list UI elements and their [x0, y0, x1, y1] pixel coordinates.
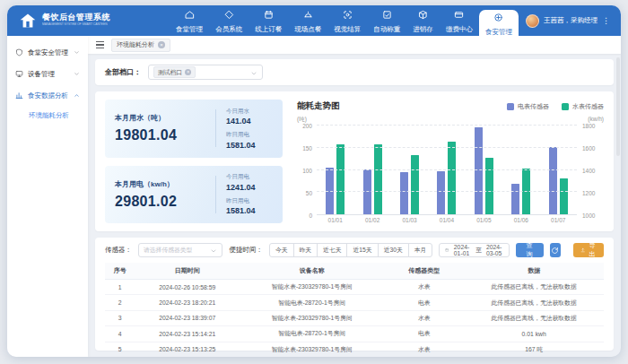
- refresh-button[interactable]: [550, 243, 561, 257]
- stat-side: 今日用电1241.04昨日用电1581.04: [226, 173, 273, 215]
- table-cell: 智能电表-28720-1号房间: [240, 295, 384, 310]
- table-body: 12024-02-26 10:58:59智能水表-230329780-1号房间水…: [105, 280, 604, 358]
- stall-filter-label: 全部档口：: [105, 67, 141, 77]
- search-button[interactable]: 查 询: [516, 243, 544, 257]
- topnav-item-scan[interactable]: 视觉结算: [327, 5, 367, 36]
- stat-side-label: 昨日用电: [226, 131, 273, 139]
- bar-01/05-水表传感器[interactable]: [485, 158, 493, 214]
- legend-label: 电表传感器: [518, 102, 549, 111]
- bar-group: [540, 126, 577, 214]
- table-row[interactable]: 32024-02-23 18:39:07智能水表-230329780-1号房间水…: [105, 310, 604, 325]
- bar-01/03-水表传感器[interactable]: [411, 155, 419, 214]
- stat-card: 本月用电（kw/h）29801.02今日用电1241.04昨日用电1581.04: [105, 166, 283, 224]
- topnav-item-inventory[interactable]: 进销存: [406, 5, 440, 36]
- axis-tick-label: 50: [306, 190, 312, 196]
- axis-tick-label: 100: [302, 168, 312, 174]
- quick-time-buttons: 今天昨天近七天近15天近30天本月: [269, 243, 432, 257]
- topnav-item-safety[interactable]: 食安管理: [479, 10, 519, 36]
- bar-01/01-水表传感器[interactable]: [336, 144, 345, 214]
- stat-side-label: 昨日用电: [226, 197, 273, 205]
- topnav-item-pay[interactable]: 缴费中心: [440, 5, 479, 36]
- bar-01/05-电表传感器[interactable]: [475, 127, 483, 214]
- tab-strip: 环境能耗分析 ×: [88, 36, 621, 54]
- user-name: 王茜茜，采购经理: [544, 16, 597, 25]
- tab-environment-energy[interactable]: 环境能耗分析 ×: [111, 39, 170, 52]
- app-subtitle: MANAGEMENT SYSTEM OF SMART CANTEEN: [42, 22, 108, 26]
- axis-tick-label: 0: [309, 212, 312, 219]
- quick-time-button[interactable]: 近七天: [317, 243, 347, 257]
- bar-01/04-电表传感器[interactable]: [437, 171, 445, 214]
- collapse-menu-icon[interactable]: [96, 41, 104, 48]
- sidebar-item[interactable]: 设备管理: [7, 64, 88, 85]
- export-icon: [580, 247, 585, 254]
- table-card: 传感器： 请选择传感器类型 便捷时间： 今天昨天近七天近15天近30天本月 20…: [95, 238, 614, 351]
- legend-item[interactable]: 水表传感器: [562, 102, 604, 111]
- bar-01/03-电表传感器[interactable]: [400, 172, 408, 214]
- table-row[interactable]: 12024-02-26 10:58:59智能水表-230329780-1号房间水…: [105, 280, 604, 295]
- topnav-item-diamond[interactable]: 会员系统: [209, 5, 249, 36]
- table-cell: 2024-02-23 18:20:21: [135, 295, 240, 310]
- sidebar: 食堂安全管理设备管理食安数据分析环境能耗分析: [7, 36, 88, 357]
- scan-icon: [343, 7, 353, 23]
- table-header-cell: 日期时间: [135, 263, 240, 280]
- chart-icon: [15, 91, 23, 101]
- quick-time-button[interactable]: 今天: [269, 243, 294, 257]
- cloche-icon: [303, 7, 313, 23]
- topnav-item-scale[interactable]: 自动称重: [367, 5, 406, 36]
- chevron-down-icon: [250, 65, 257, 81]
- sensor-type-select[interactable]: 请选择传感器类型: [138, 243, 222, 257]
- table-cell: 2024-02-23 15:13:25: [135, 342, 240, 357]
- table-row[interactable]: 52024-02-23 15:13:25智能水表-230329780-1号房间水…: [105, 342, 604, 357]
- table-row[interactable]: 42024-02-23 15:14:21智能电表-28720-1号房间电表0.0…: [105, 326, 604, 342]
- table-cell: 此传感器已离线，无法获取数据: [464, 295, 604, 310]
- avatar[interactable]: [526, 14, 539, 28]
- export-button[interactable]: 导出: [573, 243, 604, 257]
- chevron-down-icon: [74, 71, 80, 79]
- bar-01/06-电表传感器[interactable]: [511, 184, 519, 214]
- table-cell: 智能水表-230329780-1号房间: [240, 310, 384, 325]
- bar-01/02-水表传感器[interactable]: [374, 144, 382, 214]
- sidebar-item[interactable]: 食堂安全管理: [7, 42, 88, 64]
- topnav-item-home[interactable]: 食堂管理: [170, 5, 209, 36]
- date-range-picker[interactable]: 2024-01-01 至 2024-03-05: [439, 243, 510, 257]
- inventory-icon: [418, 7, 428, 23]
- stall-tag-close-icon[interactable]: ×: [185, 69, 191, 75]
- bar-01/07-水表传感器[interactable]: [560, 178, 568, 214]
- quick-time-button[interactable]: 近15天: [346, 243, 378, 257]
- bar-01/07-电表传感器[interactable]: [549, 147, 557, 214]
- quick-time-button[interactable]: 昨天: [293, 243, 318, 257]
- table-filter-row: 传感器： 请选择传感器类型 便捷时间： 今天昨天近七天近15天近30天本月 20…: [105, 243, 604, 263]
- user-box[interactable]: 王茜茜，采购经理 ⋮: [519, 5, 621, 36]
- chevron-down-icon: [210, 242, 217, 258]
- top-nav-items: 食堂管理会员系统线上订餐现场点餐视觉结算自动称重进销存缴费中心食安管理: [170, 5, 519, 36]
- table-cell: 电表: [384, 295, 464, 310]
- table-row[interactable]: 22024-02-23 18:20:21智能电表-28720-1号房间电表此传感…: [105, 295, 604, 310]
- table-cell: 水表: [384, 342, 464, 357]
- legend-swatch: [562, 103, 569, 110]
- table-cell: 4: [105, 326, 135, 342]
- scrollbar-thumb[interactable]: [616, 57, 620, 156]
- chevron-down-icon: [74, 49, 80, 57]
- sidebar-item[interactable]: 食安数据分析: [7, 85, 88, 107]
- table-cell: 2: [105, 295, 135, 310]
- content-scroll[interactable]: 全部档口： 测试档口 × 本月用水（吨）19801.04今日用水141.04昨日…: [88, 54, 621, 357]
- legend-item[interactable]: 电表传感器: [507, 102, 549, 111]
- gridline: [317, 191, 577, 192]
- table-cell: 此传感器已离线，无法获取数据: [464, 280, 604, 295]
- topnav-item-cloche[interactable]: 现场点餐: [288, 5, 327, 36]
- plot-area: [317, 126, 577, 215]
- bar-group: [391, 126, 428, 214]
- table-cell: 167 吨: [464, 342, 604, 357]
- gridline: [317, 169, 577, 170]
- user-menu-dots-icon[interactable]: ⋮: [602, 16, 610, 25]
- table-cell: 水表: [384, 310, 464, 325]
- quick-time-button[interactable]: 近30天: [378, 243, 409, 257]
- chart-legend: 电表传感器水表传感器: [507, 102, 604, 111]
- sidebar-subitem[interactable]: 环境能耗分析: [7, 107, 88, 125]
- quick-time-button[interactable]: 本月: [408, 243, 433, 257]
- tab-close-icon[interactable]: ×: [158, 41, 165, 48]
- tab-label: 环境能耗分析: [117, 40, 154, 49]
- topnav-item-calendar[interactable]: 线上订餐: [249, 5, 288, 36]
- stall-select[interactable]: 测试档口 ×: [148, 65, 263, 80]
- bar-01/04-水表传感器[interactable]: [448, 142, 456, 214]
